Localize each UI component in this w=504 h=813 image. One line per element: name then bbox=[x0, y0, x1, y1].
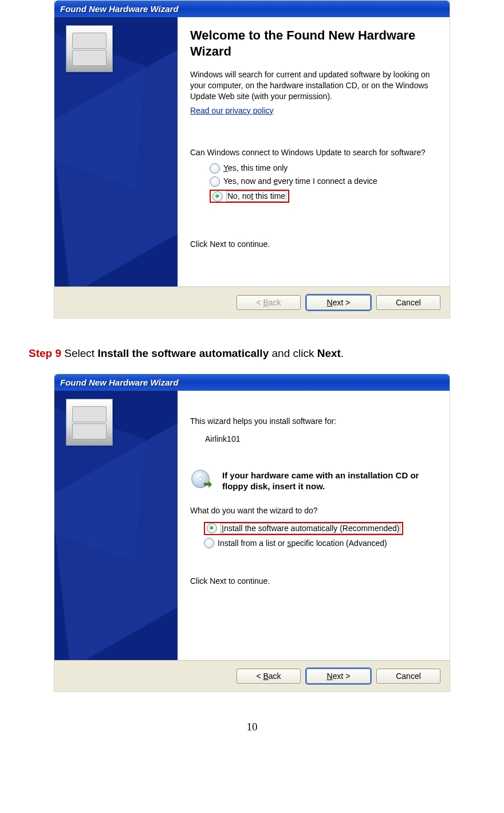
radio-option-specific[interactable]: Install from a list or specific location… bbox=[204, 537, 437, 549]
next-hint: Click Next to continue. bbox=[190, 239, 437, 250]
hardware-icon bbox=[66, 399, 113, 446]
wizard-side-graphic bbox=[54, 17, 178, 286]
radio-label: Yes, this time only bbox=[223, 163, 288, 174]
cancel-button[interactable]: Cancel bbox=[376, 669, 440, 684]
wizard-question: What do you want the wizard to do? bbox=[190, 505, 437, 516]
titlebar-2: Found New Hardware Wizard bbox=[54, 374, 450, 391]
radio-option-auto[interactable]: Install the software automatically (Reco… bbox=[204, 522, 403, 535]
radio-option-yes-always[interactable]: Yes, now and every time I connect a devi… bbox=[210, 175, 437, 187]
radio-label: Yes, now and every time I connect a devi… bbox=[223, 176, 377, 187]
radio-icon bbox=[210, 176, 220, 187]
next-button[interactable]: Next > bbox=[306, 669, 371, 684]
wizard-question: Can Windows connect to Windows Update to… bbox=[190, 147, 437, 158]
wizard-intro: This wizard helps you install software f… bbox=[190, 416, 437, 427]
page-number: 10 bbox=[23, 721, 481, 733]
radio-label: Install from a list or specific location… bbox=[218, 538, 387, 549]
radio-option-yes-once[interactable]: Yes, this time only bbox=[210, 162, 437, 174]
privacy-link[interactable]: Read our privacy policy bbox=[190, 105, 274, 116]
wizard-side-graphic bbox=[54, 391, 178, 660]
wizard-dialog-1: Found New Hardware Wizard Welcome to the… bbox=[54, 0, 450, 319]
button-bar-1: < Back Next > Cancel bbox=[54, 286, 450, 318]
radio-option-no[interactable]: No, not this time bbox=[210, 190, 289, 203]
titlebar-1: Found New Hardware Wizard bbox=[54, 1, 450, 17]
radio-icon bbox=[210, 163, 220, 174]
back-button: < Back bbox=[237, 295, 301, 310]
cd-icon bbox=[190, 470, 215, 493]
cd-instruction: If your hardware came with an installati… bbox=[222, 470, 437, 492]
next-button[interactable]: Next > bbox=[306, 295, 371, 310]
radio-icon bbox=[207, 523, 217, 533]
step-instruction: Step 9 Select Install the software autom… bbox=[29, 347, 481, 360]
next-hint: Click Next to continue. bbox=[190, 576, 437, 587]
radio-icon bbox=[212, 191, 223, 202]
wizard-intro: Windows will search for current and upda… bbox=[190, 69, 437, 102]
cancel-button[interactable]: Cancel bbox=[376, 295, 440, 310]
wizard-heading: Welcome to the Found New Hardware Wizard bbox=[190, 28, 437, 59]
wizard-dialog-2: Found New Hardware Wizard This wizard he… bbox=[54, 374, 450, 692]
radio-icon bbox=[204, 538, 214, 548]
step-number: Step 9 bbox=[29, 347, 61, 359]
radio-label: No, not this time bbox=[226, 191, 286, 202]
button-bar-2: < Back Next > Cancel bbox=[54, 660, 450, 692]
back-button[interactable]: < Back bbox=[237, 669, 301, 684]
radio-label: Install the software automatically (Reco… bbox=[220, 523, 400, 534]
device-name: Airlink101 bbox=[205, 434, 437, 445]
hardware-icon bbox=[66, 25, 113, 72]
